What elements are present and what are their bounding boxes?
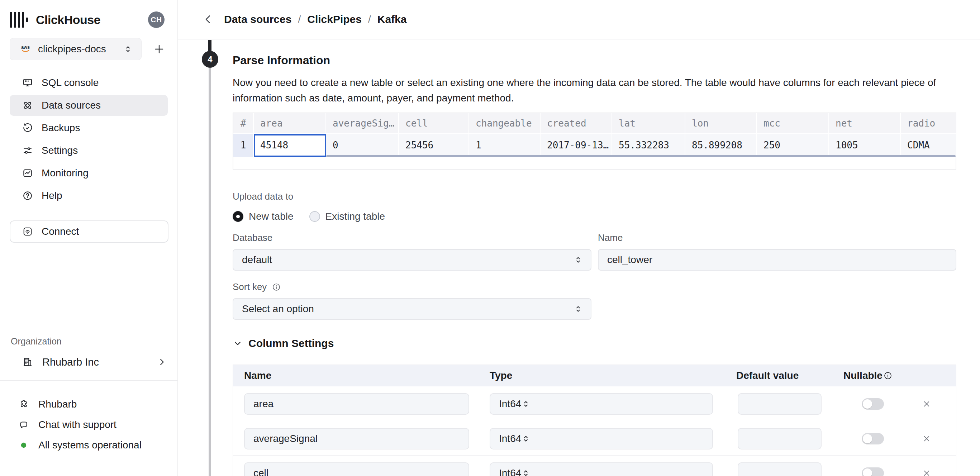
preview-cell-lon[interactable]: 85.899208 (686, 134, 757, 157)
chevron-updown-icon (521, 399, 530, 409)
sidebar-nav: SQL consoleData sourcesBackupsSettingsMo… (0, 72, 177, 206)
column-settings-toggle[interactable]: Column Settings (232, 337, 956, 349)
footer-item-chat-with-support[interactable]: Chat with support (19, 414, 177, 435)
column-type-value: Int64 (499, 433, 521, 444)
service-name: clickpipes-docs (38, 43, 106, 55)
preview-cell-net[interactable]: 1005 (829, 134, 901, 157)
upload-data-to-label: Upload data to (232, 191, 956, 202)
default-value-input[interactable] (738, 462, 822, 476)
preview-cell-radio[interactable]: CDMA (901, 134, 957, 157)
sidebar-item-data-sources[interactable]: Data sources (10, 95, 168, 116)
connect-button[interactable]: Connect (10, 220, 169, 243)
radio-existing-table[interactable]: Existing table (309, 211, 385, 222)
sidebar-item-sql-console[interactable]: SQL console (10, 72, 168, 93)
header-type: Type (490, 365, 512, 386)
database-select[interactable]: default (232, 249, 592, 271)
status-dot (19, 440, 29, 450)
horizontal-scrollbar-thumb[interactable] (326, 155, 956, 157)
preview-cell-changeable[interactable]: 1 (469, 134, 541, 157)
preview-cell-cell[interactable]: 25456 (399, 134, 469, 157)
column-type-select[interactable]: Int64 (490, 462, 713, 476)
footer-item-label: Rhubarb (38, 399, 77, 410)
breadcrumb-item-kafka[interactable]: Kafka (377, 13, 407, 25)
column-name-input[interactable] (244, 462, 469, 476)
toggle-knob (863, 434, 872, 443)
add-service-button[interactable] (153, 43, 165, 55)
preview-cell-lat[interactable]: 55.332283 (612, 134, 686, 157)
column-type-select[interactable]: Int64 (490, 393, 713, 415)
name-label: Name (598, 232, 956, 244)
footer-item-rhubarb[interactable]: Rhubarb (19, 394, 177, 414)
upload-target-radio-group: New tableExisting table (232, 211, 956, 222)
preview-column-header-radio: radio (901, 113, 957, 134)
column-name-input[interactable] (244, 393, 469, 415)
chevron-down-icon (232, 338, 243, 349)
sidebar-item-label: SQL console (41, 77, 99, 89)
database-value: default (242, 254, 272, 266)
preview-cell-mcc[interactable]: 250 (757, 134, 829, 157)
sidebar-item-monitoring[interactable]: Monitoring (10, 163, 168, 183)
column-settings-table: Name Type Default value Nullable Int64In… (232, 365, 956, 476)
user-avatar[interactable]: CH (148, 11, 164, 28)
preview-column-header-mcc: mcc (757, 113, 829, 134)
column-settings-header: Name Type Default value Nullable (233, 365, 956, 386)
preview-cell-created[interactable]: 2017-09-13… (541, 134, 612, 157)
toggle-knob (863, 468, 872, 476)
data-preview-table: #areaaverageSig…cellchangeablecreatedlat… (232, 113, 956, 170)
connect-label: Connect (41, 226, 79, 237)
chevron-updown-icon (521, 434, 530, 443)
remove-column-button[interactable] (922, 468, 931, 476)
breadcrumb-bar: Data sources/ClickPipes/Kafka (178, 0, 980, 40)
preview-column-header-area: area (254, 113, 326, 134)
backups-icon (22, 123, 33, 133)
breadcrumb-separator: / (368, 14, 371, 25)
nullable-toggle[interactable] (862, 398, 884, 410)
preview-cell-area[interactable]: 45148 (254, 134, 326, 157)
column-type-value: Int64 (499, 467, 521, 476)
preview-cell-averagesig[interactable]: 0 (326, 134, 399, 157)
step-description: Now you need to create a new table or se… (232, 75, 956, 106)
brand-name: ClickHouse (36, 13, 100, 27)
sidebar-item-label: Settings (41, 145, 78, 156)
clickhouse-logo-icon (10, 12, 28, 28)
remove-column-button[interactable] (922, 434, 931, 443)
sort-key-select[interactable]: Select an option (232, 298, 592, 320)
info-icon[interactable] (272, 282, 281, 292)
radio-selected-icon (232, 211, 243, 222)
sort-key-placeholder: Select an option (242, 303, 314, 315)
sort-key-label: Sort key (232, 281, 267, 293)
sidebar-item-help[interactable]: Help (10, 185, 168, 206)
column-type-value: Int64 (499, 398, 521, 410)
header-nullable: Nullable (843, 365, 892, 386)
radio-new-table[interactable]: New table (232, 211, 294, 222)
chevron-updown-icon (521, 468, 530, 476)
chevron-right-icon (157, 357, 167, 367)
step-content: Parse Information Now you need to create… (232, 40, 956, 476)
sidebar-item-settings[interactable]: Settings (10, 140, 168, 161)
default-value-input[interactable] (738, 428, 822, 449)
column-name-input[interactable] (244, 428, 469, 449)
breadcrumb-item-data-sources[interactable]: Data sources (224, 13, 291, 25)
preview-row-number: 1 (233, 134, 254, 157)
default-value-input[interactable] (738, 393, 822, 415)
organization-row[interactable]: Rhubarb Inc (0, 353, 177, 371)
nullable-toggle[interactable] (862, 433, 884, 444)
column-type-select[interactable]: Int64 (490, 428, 713, 449)
back-button[interactable] (202, 13, 215, 26)
footer-item-all-systems-operational[interactable]: All systems operational (19, 435, 177, 455)
sidebar-item-backups[interactable]: Backups (10, 118, 168, 139)
sidebar-item-label: Help (41, 190, 62, 201)
radio-label: Existing table (326, 211, 385, 222)
sidebar-item-label: Monitoring (41, 167, 89, 179)
chevron-updown-icon (574, 304, 583, 314)
organization-section-label: Organization (0, 336, 177, 347)
preview-column-header-lon: lon (686, 113, 757, 134)
settings-icon (22, 145, 33, 156)
info-icon[interactable] (883, 371, 892, 380)
remove-column-button[interactable] (922, 399, 931, 409)
table-name-input[interactable] (598, 249, 956, 271)
service-selector[interactable]: aws clickpipes-docs (10, 38, 142, 60)
nullable-toggle[interactable] (862, 467, 884, 476)
breadcrumb-item-clickpipes[interactable]: ClickPipes (307, 13, 362, 25)
header-name: Name (244, 365, 271, 386)
